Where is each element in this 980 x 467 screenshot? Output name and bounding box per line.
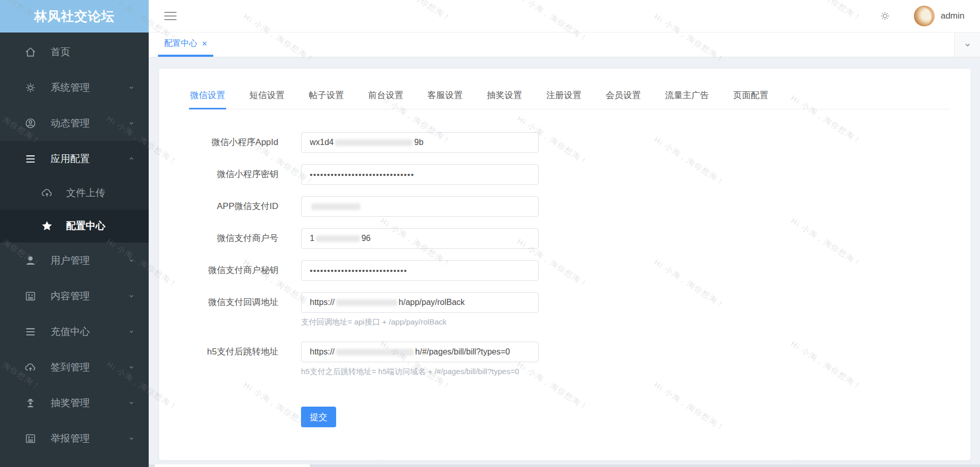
form-row: 微信支付商户号196 xyxy=(190,228,950,249)
sidebar-item-label: 首页 xyxy=(51,45,70,59)
settings-tab-6[interactable]: 抽奖设置 xyxy=(487,89,522,109)
redacted-value xyxy=(336,349,414,356)
tab-collapse-button[interactable] xyxy=(954,33,980,57)
sidebar: 林风社交论坛 首页系统管理动态管理应用配置文件上传配置中心用户管理内容管理充值中… xyxy=(0,0,149,467)
sidebar-item-label: 用户管理 xyxy=(51,254,90,267)
sidebar-item-recharge[interactable]: 充值中心 xyxy=(0,314,149,349)
sidebar-item-lottery[interactable]: 抽奖管理 xyxy=(0,385,149,421)
field-label: 微信小程序密钥 xyxy=(190,164,301,185)
chevron-down-icon xyxy=(127,398,136,408)
settings-tabs: 微信设置短信设置帖子设置前台设置客服设置抽奖设置注册设置会员设置流量主广告页面配… xyxy=(190,89,950,109)
chevron-up-icon xyxy=(127,154,136,164)
scrollbar-thumb[interactable] xyxy=(155,464,310,467)
sidebar-item-home[interactable]: 首页 xyxy=(0,34,149,70)
sidebar-item-label: 应用配置 xyxy=(51,152,90,166)
field-column: •••••••••••••••••••••••••••• xyxy=(301,260,539,281)
mch-key-input[interactable]: •••••••••••••••••••••••••••• xyxy=(301,260,539,281)
sidebar-item-label: 充值中心 xyxy=(51,325,90,339)
sidebar-nav: 首页系统管理动态管理应用配置文件上传配置中心用户管理内容管理充值中心签到管理抽奖… xyxy=(0,33,149,456)
cloud-upload-icon xyxy=(24,361,37,374)
spy-icon xyxy=(24,396,37,410)
cloud-upload-icon xyxy=(40,186,54,200)
settings-tab-1[interactable]: 微信设置 xyxy=(190,89,225,109)
form-row: 微信小程序AppIdwx1d49b xyxy=(190,132,950,153)
sidebar-item-label: 动态管理 xyxy=(51,117,90,130)
sidebar-item-users[interactable]: 用户管理 xyxy=(0,243,149,278)
form-row: APP微信支付ID xyxy=(190,196,950,217)
masked-value: •••••••••••••••••••••••••••• xyxy=(310,266,407,275)
value-suffix: h/#/pages/bill/bill?types=0 xyxy=(415,347,510,357)
mini-appid-input[interactable]: wx1d49b xyxy=(301,132,539,153)
value-prefix: https:// xyxy=(310,347,335,357)
form-row: 微信支付回调地址https://h/app/pay/rolBack支付回调地址=… xyxy=(190,292,950,327)
horizontal-scrollbar[interactable] xyxy=(149,464,980,467)
sidebar-item-checkin[interactable]: 签到管理 xyxy=(0,349,149,385)
close-icon[interactable]: × xyxy=(202,39,207,48)
content-area: 微信设置短信设置帖子设置前台设置客服设置抽奖设置注册设置会员设置流量主广告页面配… xyxy=(149,57,980,467)
mini-secret-input[interactable]: •••••••••••••••••••••••••••••• xyxy=(301,164,539,185)
sidebar-group-app-config: 应用配置文件上传配置中心 xyxy=(0,141,149,243)
gear-icon[interactable] xyxy=(879,10,891,22)
settings-tab-9[interactable]: 流量主广告 xyxy=(665,89,709,109)
form-row: h5支付后跳转地址https://h/#/pages/bill/bill?typ… xyxy=(190,342,950,377)
pay-callback-input[interactable]: https://h/app/pay/rolBack xyxy=(301,292,539,313)
sidebar-item-label: 举报管理 xyxy=(51,432,90,445)
field-column xyxy=(301,196,539,217)
form-row: 微信小程序密钥•••••••••••••••••••••••••••••• xyxy=(190,164,950,185)
star-icon xyxy=(40,219,54,233)
value-suffix: h/app/pay/rolBack xyxy=(399,298,465,307)
chevron-down-icon xyxy=(127,327,136,336)
field-hint: h5支付之后跳转地址= h5端访问域名 + /#/pages/bill/bill… xyxy=(301,367,539,377)
settings-tab-10[interactable]: 页面配置 xyxy=(733,89,768,109)
field-column: •••••••••••••••••••••••••••••• xyxy=(301,164,539,185)
mch-id-input[interactable]: 196 xyxy=(301,228,539,249)
chevron-down-icon xyxy=(127,83,136,92)
topbar-right: admin xyxy=(879,6,965,26)
field-label: 微信支付商户秘钥 xyxy=(190,260,301,281)
chevron-down-icon xyxy=(127,255,136,265)
field-column: wx1d49b xyxy=(301,132,539,153)
username[interactable]: admin xyxy=(941,11,965,21)
sidebar-item-content[interactable]: 内容管理 xyxy=(0,278,149,314)
sidebar-item-report[interactable]: 举报管理 xyxy=(0,421,149,456)
value-prefix: https:// xyxy=(310,298,335,307)
sidebar-item-file-upload[interactable]: 文件上传 xyxy=(0,176,149,210)
menu-icon xyxy=(24,152,37,166)
value-prefix: wx1d4 xyxy=(310,138,334,147)
tab-config-center[interactable]: 配置中心 × xyxy=(158,33,213,57)
sidebar-item-system[interactable]: 系统管理 xyxy=(0,70,149,105)
value-prefix: 1 xyxy=(310,234,314,243)
settings-tab-5[interactable]: 客服设置 xyxy=(428,89,463,109)
settings-form: 微信小程序AppIdwx1d49b微信小程序密钥••••••••••••••••… xyxy=(190,132,950,377)
avatar[interactable] xyxy=(914,6,935,26)
settings-tab-4[interactable]: 前台设置 xyxy=(368,89,403,109)
value-suffix: 9b xyxy=(414,138,423,147)
settings-tab-7[interactable]: 注册设置 xyxy=(546,89,581,109)
field-column: https://h/app/pay/rolBack支付回调地址= api接口 +… xyxy=(301,292,539,327)
topbar: admin xyxy=(149,0,980,33)
sidebar-item-moments[interactable]: 动态管理 xyxy=(0,105,149,141)
settings-tab-3[interactable]: 帖子设置 xyxy=(309,89,344,109)
chevron-down-icon xyxy=(962,40,973,50)
field-column: https://h/#/pages/bill/bill?types=0h5支付之… xyxy=(301,342,539,377)
sidebar-item-label: 文件上传 xyxy=(66,186,105,200)
menu-toggle-icon[interactable] xyxy=(164,12,177,20)
settings-tab-8[interactable]: 会员设置 xyxy=(606,89,641,109)
submit-button[interactable]: 提交 xyxy=(301,407,336,427)
document-icon xyxy=(24,432,37,445)
chevron-down-icon xyxy=(127,362,136,372)
settings-tab-2[interactable]: 短信设置 xyxy=(249,89,284,109)
chevron-down-icon xyxy=(127,118,136,128)
home-icon xyxy=(24,45,37,59)
sidebar-item-app-config[interactable]: 应用配置 xyxy=(0,141,149,176)
chevron-down-icon xyxy=(127,291,136,301)
redacted-value xyxy=(335,139,413,146)
sidebar-item-config-center[interactable]: 配置中心 xyxy=(0,210,149,243)
h5-redirect-input[interactable]: https://h/#/pages/bill/bill?types=0 xyxy=(301,342,539,362)
sidebar-item-label: 抽奖管理 xyxy=(51,396,90,410)
sidebar-item-label: 签到管理 xyxy=(51,361,90,374)
field-hint: 支付回调地址= api接口 + /app/pay/rolBack xyxy=(301,317,539,327)
main-column: admin 配置中心 × 微信设置短信设置帖子设置前台设置客服设置抽奖设置注册设… xyxy=(149,0,980,467)
chevron-down-icon xyxy=(127,433,136,443)
app-pay-id-input[interactable] xyxy=(301,196,539,217)
